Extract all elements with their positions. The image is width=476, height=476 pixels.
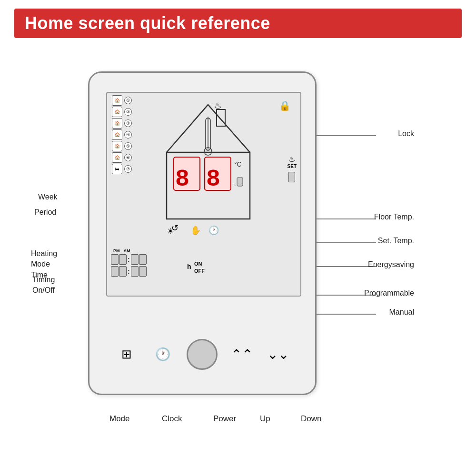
period-6-icon: 🏠 bbox=[112, 152, 122, 163]
period-3-icon: 🏠 bbox=[112, 118, 122, 129]
period-1-row: 🏠 ① bbox=[112, 95, 138, 106]
digit-7 bbox=[131, 266, 139, 277]
up-chevron-icon[interactable]: ⌃⌃ bbox=[230, 343, 254, 367]
mode-icon[interactable]: ⊞ bbox=[115, 343, 139, 367]
time-colon-1: : bbox=[128, 256, 130, 263]
period-7-icon: 🛏 bbox=[112, 164, 122, 174]
off-label: OFF bbox=[194, 268, 205, 275]
time-row-2: : bbox=[111, 266, 206, 277]
house-display: ♨ 8 8 °C . bbox=[162, 95, 255, 221]
manual-hand-icon: ✋ bbox=[190, 225, 201, 236]
period-6-num: ⑥ bbox=[124, 154, 132, 161]
time-digits-2b bbox=[131, 266, 147, 277]
time-digits-1a bbox=[111, 254, 127, 265]
period-7-row: 🛏 ⑦ bbox=[112, 164, 138, 174]
period-2-row: 🏠 ② bbox=[112, 107, 138, 117]
period-4-icon: 🏠 bbox=[112, 129, 122, 140]
clock-icon[interactable]: 🕐 bbox=[151, 343, 175, 367]
house-svg: ♨ 8 8 °C . bbox=[162, 95, 255, 221]
svg-text:♨: ♨ bbox=[214, 101, 222, 110]
page-title: Home screen quick reference bbox=[25, 13, 451, 33]
time-colon-2: : bbox=[128, 268, 130, 275]
digit-6 bbox=[119, 266, 127, 277]
lock-label: Lock bbox=[398, 129, 414, 138]
up-button-label: Up bbox=[260, 414, 270, 424]
floor-temp-digit bbox=[288, 172, 295, 182]
programmable-label: Programmable bbox=[364, 289, 414, 298]
on-label: ON bbox=[194, 260, 205, 268]
energysaving-icon: ↺ bbox=[171, 223, 178, 233]
mode-button-label: Mode bbox=[109, 414, 130, 424]
clock-button-label: Clock bbox=[162, 414, 182, 424]
manual-label: Manual bbox=[389, 308, 414, 317]
time-digits-1b bbox=[131, 254, 147, 265]
timing-label: Timing On/Off bbox=[32, 275, 55, 296]
period-3-num: ③ bbox=[124, 119, 132, 127]
time-rows: : : bbox=[111, 254, 206, 277]
diagram-area: Heating On Lock Floor Temp. Set. Temp. E… bbox=[0, 43, 476, 452]
pm-am-row: PM AM bbox=[113, 248, 206, 253]
down-button[interactable]: ⌄⌄ bbox=[266, 343, 290, 367]
pm-label: PM bbox=[113, 248, 120, 253]
power-button-label: Power bbox=[213, 414, 236, 424]
on-off-labels: ON OFF bbox=[194, 260, 205, 275]
header-bar: Home screen quick reference bbox=[14, 9, 462, 38]
h-unit-label: h bbox=[187, 263, 191, 270]
period-4-row: 🏠 ④ bbox=[112, 129, 138, 140]
programmable-clock-icon: 🕐 bbox=[208, 225, 219, 236]
period-5-row: 🏠 ⑤ bbox=[112, 141, 138, 151]
period-1-num: ① bbox=[124, 97, 132, 104]
down-chevron-icon[interactable]: ⌄⌄ bbox=[266, 343, 290, 367]
down-button-label: Down bbox=[301, 414, 321, 424]
set-temp-label: Set. Temp. bbox=[378, 237, 414, 245]
svg-text:8: 8 bbox=[206, 166, 220, 193]
power-button[interactable] bbox=[187, 339, 218, 370]
time-digits-2a bbox=[111, 266, 127, 277]
set-text: SET bbox=[288, 164, 297, 169]
digit-1 bbox=[111, 254, 119, 265]
period-5-icon: 🏠 bbox=[112, 141, 122, 151]
mode-button[interactable]: ⊞ bbox=[115, 343, 139, 367]
svg-text:.: . bbox=[234, 180, 236, 187]
week-period-icons: 🏠 ① 🏠 ② 🏠 ③ 🏠 ④ bbox=[112, 95, 138, 248]
heating-flames-icon: ♨ bbox=[288, 155, 295, 164]
bottom-mode-icons: ✋ 🕐 ↺ bbox=[190, 225, 219, 236]
period-2-icon: 🏠 bbox=[112, 107, 122, 117]
right-screen-indicators: ♨ SET bbox=[288, 155, 297, 182]
period-2-num: ② bbox=[124, 108, 132, 116]
week-label: Week bbox=[38, 193, 58, 201]
time-display-area: PM AM : bbox=[111, 248, 206, 277]
digit-2 bbox=[119, 254, 127, 265]
am-label: AM bbox=[124, 248, 130, 253]
clock-button[interactable]: 🕐 bbox=[151, 343, 175, 367]
device-screen: 🔒 🏠 ① 🏠 ② 🏠 ③ bbox=[106, 92, 301, 297]
svg-rect-23 bbox=[237, 178, 243, 186]
period-7-num: ⑦ bbox=[124, 165, 132, 173]
device-buttons-row[interactable]: ⊞ 🕐 ⌃⌃ ⌄⌄ bbox=[99, 339, 306, 370]
digit-8 bbox=[139, 266, 147, 277]
lock-icon: 🔒 bbox=[279, 100, 291, 111]
time-row-1: : bbox=[111, 254, 206, 265]
digit-5 bbox=[111, 266, 119, 277]
up-button[interactable]: ⌃⌃ bbox=[230, 343, 254, 367]
period-3-row: 🏠 ③ bbox=[112, 118, 138, 129]
period-4-num: ④ bbox=[124, 131, 132, 139]
period-label: Period bbox=[34, 208, 56, 217]
power-icon[interactable] bbox=[187, 339, 218, 370]
period-1-icon: 🏠 bbox=[112, 95, 122, 106]
set-indicator: ♨ SET bbox=[288, 155, 297, 169]
period-5-num: ⑤ bbox=[124, 142, 132, 150]
svg-rect-12 bbox=[217, 109, 225, 126]
svg-text:8: 8 bbox=[175, 166, 189, 193]
floor-temp-label: Floor Temp. bbox=[374, 213, 414, 221]
digit-4 bbox=[139, 254, 147, 265]
svg-text:°C: °C bbox=[234, 160, 242, 168]
digit-3 bbox=[131, 254, 139, 265]
thermostat-device: 🔒 🏠 ① 🏠 ② 🏠 ③ bbox=[88, 71, 317, 395]
energysaving-label: Energysaving bbox=[368, 260, 414, 269]
period-6-row: 🏠 ⑥ bbox=[112, 152, 138, 163]
